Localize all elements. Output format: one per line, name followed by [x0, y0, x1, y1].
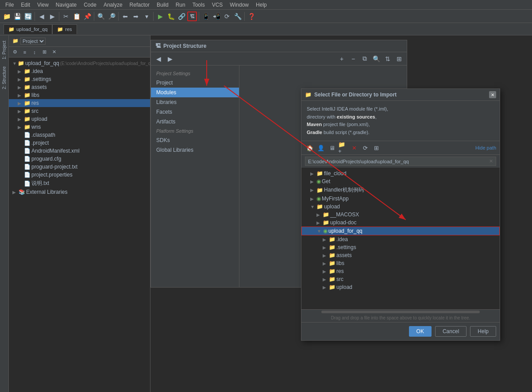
panel-collapse-btn[interactable]: ⊞	[40, 48, 49, 56]
cut-btn[interactable]: ✂	[61, 12, 71, 21]
tree-root[interactable]: ▼ 📁 upload_for_qq (E:\code\AndroidProjec…	[9, 59, 150, 67]
menu-window[interactable]: Window	[226, 1, 252, 9]
tab-upload-for-qq[interactable]: 📁 upload_for_qq	[4, 24, 52, 34]
sf-tree-ufq-assets[interactable]: ▶ 📁 assets	[301, 251, 500, 259]
menu-vcs[interactable]: VCS	[208, 1, 227, 9]
replace-btn[interactable]: 🔎	[107, 12, 116, 21]
nav-right-btn[interactable]: ➡	[131, 12, 141, 21]
sf-tree-ufq-settings[interactable]: ▶ 📁 .settings	[301, 243, 500, 251]
sf-cancel-btn[interactable]: Cancel	[435, 326, 466, 337]
menu-file[interactable]: File	[2, 1, 17, 9]
ddms-btn[interactable]: 🔧	[233, 12, 243, 21]
tab-res[interactable]: 📁 res	[52, 24, 77, 34]
ps-add-btn[interactable]: +	[337, 54, 347, 64]
panel-scroll-btn[interactable]: ↕	[30, 48, 39, 56]
sf-home-btn[interactable]: 🏠	[305, 143, 315, 153]
sf-path-clear-btn[interactable]: ✕	[489, 158, 493, 164]
forward-btn[interactable]: ▶	[47, 12, 57, 21]
sf-delete-btn[interactable]: ✕	[349, 143, 359, 153]
new-project-btn[interactable]: 📁	[2, 12, 12, 21]
sf-tree-ufq-libs[interactable]: ▶ 📁 libs	[301, 259, 500, 267]
ps-copy-btn[interactable]: ⧉	[360, 54, 370, 64]
ps-nav-facets[interactable]: Facets	[151, 107, 239, 117]
ps-tree-btn[interactable]: ⊞	[394, 54, 404, 64]
panel-view-selector[interactable]: Project	[20, 38, 46, 45]
sf-tree-upload-doc[interactable]: ▶ 📁 upload-doc	[301, 219, 500, 227]
sf-tree-macosx[interactable]: ▶ 📁 __MACOSX	[301, 211, 500, 219]
tree-manifest[interactable]: 📄 AndroidManifest.xml	[9, 147, 150, 155]
debug-btn[interactable]: 🐛	[166, 12, 176, 21]
tree-classpath[interactable]: 📄 .classpath	[9, 131, 150, 139]
avd-btn[interactable]: 📲	[212, 12, 221, 21]
sf-tree-handler[interactable]: ▶ 📁 Handler机制例码	[301, 185, 500, 195]
menu-build[interactable]: Build	[153, 1, 172, 9]
menu-refactor[interactable]: Refactor	[126, 1, 153, 9]
back-btn[interactable]: ◀	[37, 12, 46, 21]
ps-sort-btn[interactable]: ⇅	[383, 54, 393, 64]
tree-external-libs[interactable]: ▶ 📚 External Libraries	[9, 188, 150, 196]
tree-idea[interactable]: ▶ 📁 .idea	[9, 67, 150, 75]
menu-view[interactable]: View	[34, 1, 52, 9]
menu-analyze[interactable]: Analyze	[100, 1, 126, 9]
ps-nav-modules[interactable]: Modules	[151, 88, 239, 97]
attach-btn[interactable]: 🔗	[177, 12, 186, 21]
project-structure-btn[interactable]: 🏗	[187, 12, 197, 21]
sf-tree-ufq-idea[interactable]: ▶ 📁 .idea	[301, 235, 500, 243]
sf-scrollbar[interactable]	[301, 309, 500, 314]
copy-btn[interactable]: 📋	[72, 12, 81, 21]
tree-res[interactable]: ▶ 📁 res	[9, 99, 150, 107]
sf-user-btn[interactable]: 👤	[316, 143, 326, 153]
tree-upload[interactable]: ▶ 📁 upload	[9, 115, 150, 123]
tree-properties[interactable]: 📄 project.properties	[9, 171, 150, 179]
menu-help[interactable]: Help	[252, 1, 270, 9]
menu-edit[interactable]: Edit	[17, 1, 34, 9]
sf-tree-ufq-src[interactable]: ▶ 📁 src	[301, 275, 500, 283]
nav-left-btn[interactable]: ⬅	[120, 12, 130, 21]
tree-wns[interactable]: ▶ 📁 wns	[9, 123, 150, 131]
tree-assets[interactable]: ▶ 📁 assets	[9, 83, 150, 91]
sf-refresh-btn[interactable]: ⟳	[360, 143, 370, 153]
tree-project[interactable]: 📄 .project	[9, 139, 150, 147]
sf-view-btn[interactable]: ⊞	[371, 143, 381, 153]
sf-tree-ufq-upload[interactable]: ▶ 📁 upload	[301, 283, 500, 291]
ps-back-btn[interactable]: ◀	[154, 54, 163, 64]
sync-btn[interactable]: 🔄	[23, 12, 33, 21]
tree-proguard[interactable]: 📄 proguard.cfg	[9, 155, 150, 163]
sf-help-btn[interactable]: Help	[470, 326, 496, 337]
sf-hide-path-btn[interactable]: Hide path	[475, 145, 496, 150]
ps-remove-btn[interactable]: −	[348, 54, 358, 64]
tree-settings[interactable]: ▶ 📁 .settings	[9, 75, 150, 83]
menu-code[interactable]: Code	[80, 1, 100, 9]
sf-tree-get[interactable]: ▶ ◉ Get	[301, 177, 500, 185]
dropdown-btn[interactable]: ▾	[142, 12, 151, 21]
tree-readme[interactable]: 📄 说明.txt	[9, 179, 150, 188]
panel-close-btn[interactable]: ✕	[50, 48, 58, 56]
tree-libs[interactable]: ▶ 📁 libs	[9, 91, 150, 99]
save-btn[interactable]: 💾	[12, 12, 22, 21]
menu-run[interactable]: Run	[172, 1, 189, 9]
sf-close-btn[interactable]: ✕	[489, 91, 496, 98]
sf-desktop-btn[interactable]: 🖥	[327, 143, 337, 153]
sf-ok-btn[interactable]: OK	[409, 326, 432, 337]
sdk-btn[interactable]: 📱	[201, 12, 211, 21]
menu-navigate[interactable]: Navigate	[52, 1, 80, 9]
run-btn[interactable]: ▶	[155, 12, 165, 21]
ps-zoom-btn[interactable]: 🔍	[371, 54, 381, 64]
left-tab-project[interactable]: 1: Project	[1, 37, 8, 63]
sync2-btn[interactable]: ⟳	[222, 12, 232, 21]
find-btn[interactable]: 🔍	[96, 12, 106, 21]
menu-tools[interactable]: Tools	[189, 1, 208, 9]
ps-nav-sdks[interactable]: SDKs	[151, 135, 239, 145]
sf-tree-upload[interactable]: ▼ 📁 upload	[301, 203, 500, 211]
panel-settings-btn[interactable]: ⚙	[11, 48, 19, 56]
paste-btn[interactable]: 📌	[82, 12, 92, 21]
sf-tree-ufq-res[interactable]: ▶ 📁 res	[301, 267, 500, 275]
tree-src[interactable]: ▶ 📁 src	[9, 107, 150, 115]
tree-proguard-project[interactable]: 📄 proguard-project.txt	[9, 163, 150, 171]
sf-tree-myfirstapp[interactable]: ▶ ◉ MyFirstApp	[301, 195, 500, 203]
ps-nav-project[interactable]: Project	[151, 78, 239, 88]
left-tab-structure[interactable]: 2: Structure	[1, 63, 8, 93]
ps-nav-global-libraries[interactable]: Global Libraries	[151, 145, 239, 155]
sf-tree-file-cloud[interactable]: ▶ 📁 file_cloud	[301, 169, 500, 177]
help-btn[interactable]: ❓	[247, 12, 256, 21]
